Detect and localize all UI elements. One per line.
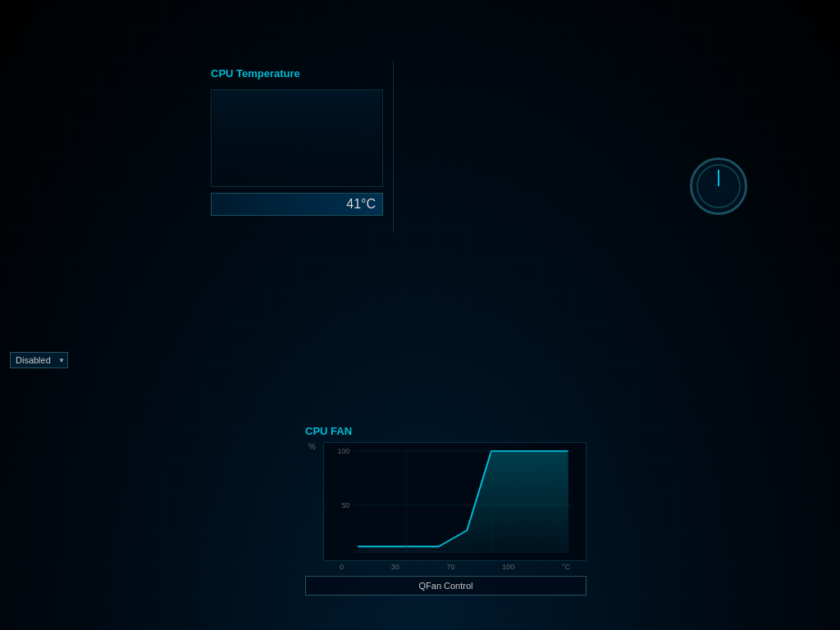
cpu-temp-value: 41°C (346, 197, 376, 212)
chart-x-labels: 0 30 70 100°C (323, 563, 587, 571)
docp-select[interactable]: Disabled Enabled (10, 352, 68, 368)
svg-marker-10 (358, 451, 568, 552)
chart-area: 100 50 (323, 442, 587, 561)
cpu-fan-chart-section: CPU FAN % (295, 418, 596, 599)
qfan-control-button[interactable]: QFan Control (305, 576, 587, 596)
chart-container: % (323, 442, 587, 571)
ez-dial-needle (718, 170, 719, 186)
docp-select-wrap[interactable]: Disabled Enabled (10, 352, 68, 368)
ez-dial[interactable] (690, 158, 747, 215)
cpu-temp-title: CPU Temperature (211, 67, 383, 80)
cpu-temp-chart (211, 89, 383, 187)
cpu-fan-chart-title: CPU FAN (305, 425, 587, 437)
svg-text:50: 50 (341, 501, 349, 509)
cpu-temp-section: CPU Temperature (201, 61, 394, 232)
cpu-temp-bar: 41°C (211, 193, 383, 216)
svg-text:100: 100 (337, 447, 349, 455)
chart-pct-label: % (308, 442, 316, 451)
svg-rect-0 (213, 90, 381, 186)
